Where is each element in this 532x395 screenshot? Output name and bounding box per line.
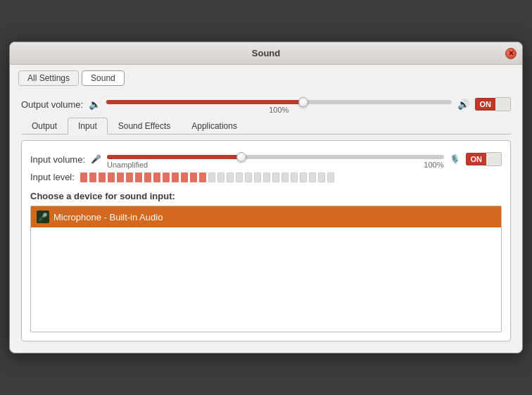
tab-sound-effects[interactable]: Sound Effects xyxy=(108,118,182,134)
tab-input[interactable]: Input xyxy=(68,118,108,134)
volume-high-icon: 🔊 xyxy=(457,99,469,110)
input-panel: Input volume: 🎤 Unamplified 100% 🎙️ ON xyxy=(21,140,511,341)
device-label-microphone-builtin: Microphone - Built-in Audio xyxy=(53,212,163,222)
level-bar-20 xyxy=(263,173,270,182)
level-bar-4 xyxy=(117,173,124,182)
device-list: 🎤 Microphone - Built-in Audio xyxy=(30,206,502,332)
volume-low-icon: 🔈 xyxy=(89,99,101,110)
level-bars xyxy=(80,173,334,182)
output-volume-slider-container: 100% xyxy=(106,94,451,114)
input-volume-label: Input volume: xyxy=(30,154,85,165)
level-bar-26 xyxy=(318,173,325,182)
level-bar-10 xyxy=(172,173,179,182)
level-bar-23 xyxy=(291,173,298,182)
output-volume-fill xyxy=(106,100,303,104)
level-bar-8 xyxy=(153,173,160,182)
input-level-row: Input level: xyxy=(30,172,502,182)
close-button[interactable]: ✕ xyxy=(505,48,517,59)
tabs: Output Input Sound Effects Applications xyxy=(21,117,511,134)
level-bar-21 xyxy=(272,173,279,182)
level-bar-19 xyxy=(254,173,261,182)
content-area: Output volume: 🔈 100% 🔊 ON Output Input xyxy=(10,92,522,353)
output-toggle-on-label: ON xyxy=(475,98,496,111)
level-bar-18 xyxy=(245,173,252,182)
level-bar-16 xyxy=(227,173,234,182)
input-volume-fill xyxy=(107,155,241,159)
input-toggle-on-label: ON xyxy=(466,153,487,165)
level-bar-5 xyxy=(126,173,133,182)
all-settings-button[interactable]: All Settings xyxy=(18,70,79,86)
level-bar-24 xyxy=(300,173,307,182)
level-bar-3 xyxy=(108,173,115,182)
tab-output[interactable]: Output xyxy=(21,118,68,134)
level-bar-0 xyxy=(80,173,87,182)
output-toggle-off xyxy=(495,97,511,111)
level-bar-22 xyxy=(281,173,289,182)
titlebar: Sound ✕ xyxy=(10,42,522,65)
output-volume-track[interactable] xyxy=(106,100,451,104)
level-bar-1 xyxy=(89,173,96,182)
level-bar-9 xyxy=(163,173,170,182)
level-bar-14 xyxy=(208,173,215,182)
window-title: Sound xyxy=(252,48,280,58)
level-bar-17 xyxy=(236,173,243,182)
level-bar-27 xyxy=(327,173,334,182)
input-volume-slider-container: Unamplified 100% xyxy=(107,149,443,169)
input-toggle-button[interactable]: ON xyxy=(466,152,502,166)
tab-applications[interactable]: Applications xyxy=(181,118,248,134)
microphone-icon: 🎤 xyxy=(37,211,49,223)
level-bar-6 xyxy=(135,173,142,182)
output-volume-row: Output volume: 🔈 100% 🔊 ON xyxy=(21,94,511,114)
sound-button[interactable]: Sound xyxy=(82,70,125,86)
output-volume-label: Output volume: xyxy=(21,99,83,110)
output-volume-100-label: 100% xyxy=(106,106,451,114)
level-bar-13 xyxy=(199,173,206,182)
sound-window: Sound ✕ All Settings Sound Output volume… xyxy=(9,42,523,353)
level-bar-25 xyxy=(309,173,316,182)
mic-low-icon: 🎤 xyxy=(91,154,101,164)
mic-high-icon: 🎙️ xyxy=(450,154,460,164)
device-section-title: Choose a device for sound input: xyxy=(30,191,502,201)
output-toggle-button[interactable]: ON xyxy=(475,97,512,111)
input-toggle-off xyxy=(486,152,502,166)
level-bar-11 xyxy=(181,173,188,182)
output-volume-thumb[interactable] xyxy=(298,97,308,107)
input-level-label: Input level: xyxy=(30,172,75,182)
level-bar-2 xyxy=(99,173,106,182)
device-item-microphone-builtin[interactable]: 🎤 Microphone - Built-in Audio xyxy=(31,206,501,227)
input-volume-100-label: 100% xyxy=(424,161,443,169)
input-volume-row: Input volume: 🎤 Unamplified 100% 🎙️ ON xyxy=(30,149,502,169)
input-volume-thumb[interactable] xyxy=(236,152,246,162)
level-bar-7 xyxy=(144,173,151,182)
input-volume-unamplified-label: Unamplified xyxy=(107,161,148,169)
input-slider-labels: Unamplified 100% xyxy=(107,161,443,169)
level-bar-12 xyxy=(190,173,197,182)
toolbar: All Settings Sound xyxy=(10,65,522,92)
input-volume-track[interactable] xyxy=(107,155,443,159)
level-bar-15 xyxy=(217,173,224,182)
